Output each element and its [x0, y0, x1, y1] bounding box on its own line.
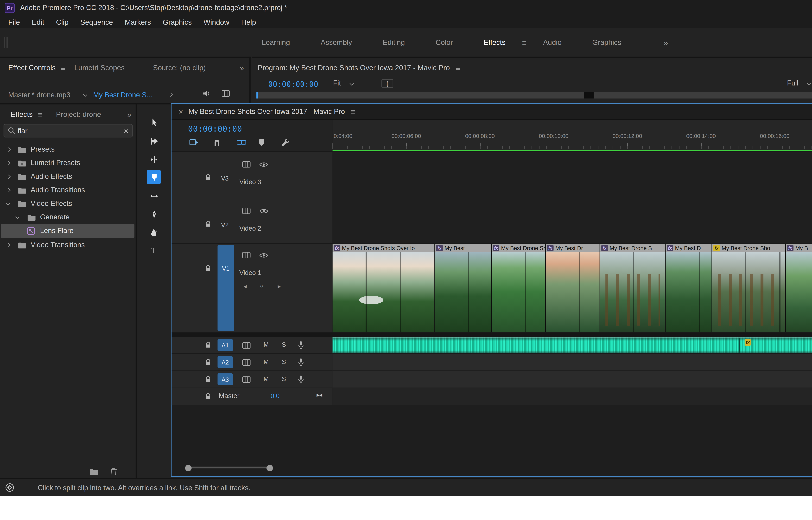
chevron-down-icon[interactable]	[6, 201, 10, 205]
program-timecode[interactable]: 00:00:00:00	[268, 80, 318, 88]
timeline-clip[interactable]: fxMy Best Drone S	[600, 243, 666, 332]
bowtie-icon[interactable]: ▶◀	[316, 393, 322, 398]
menu-help[interactable]: Help	[235, 18, 262, 26]
tree-item-lumetri-presets[interactable]: Lumetri Presets	[0, 156, 136, 170]
workspace-tab-editing[interactable]: Editing	[367, 38, 420, 47]
playhead-marker[interactable]	[256, 92, 258, 99]
workspace-overflow-icon[interactable]: »	[664, 38, 668, 47]
video-audio-divider[interactable]	[171, 333, 812, 337]
track-output-eye-icon[interactable]	[259, 253, 268, 258]
track-output-eye-icon[interactable]	[259, 208, 268, 214]
timeline-timecode[interactable]: 00:00:00:00	[188, 124, 242, 133]
track-select-forward-tool[interactable]	[147, 134, 161, 148]
chevron-right-icon[interactable]	[6, 147, 11, 152]
scrubber-thumb[interactable]	[584, 92, 594, 99]
program-menu-icon[interactable]: ≡	[456, 63, 460, 72]
track-id-a1-source-patch[interactable]: A1	[218, 339, 233, 351]
chevron-right-icon[interactable]	[6, 188, 11, 192]
menu-edit[interactable]: Edit	[26, 18, 50, 26]
track-content-a1[interactable]: fx	[332, 337, 812, 354]
track-id[interactable]: V2	[221, 221, 229, 228]
zoom-scrollbar[interactable]	[184, 463, 278, 473]
add-marker-icon[interactable]	[259, 139, 265, 146]
track-id-a3-source-patch[interactable]: A3	[218, 373, 233, 385]
panel-overflow-icon[interactable]: »	[127, 110, 131, 119]
timeline-settings-icon[interactable]	[281, 139, 289, 147]
keyframe-next-icon[interactable]: ▶	[278, 284, 281, 289]
panel-menu-icon[interactable]: ≡	[38, 110, 43, 119]
voiceover-mic-icon[interactable]	[298, 375, 304, 384]
chevron-right-icon[interactable]	[169, 93, 173, 97]
timeline-clip[interactable]: fxMy Best	[435, 243, 492, 332]
lock-icon[interactable]	[205, 359, 212, 366]
workspace-tab-learning[interactable]: Learning	[246, 38, 305, 47]
audio-clip-segment[interactable]: fx	[739, 338, 812, 353]
timeline-clip[interactable]: fxMy Best Drone Shots Over Io	[332, 243, 435, 332]
mute-button[interactable]: M	[263, 341, 269, 348]
track-content[interactable]	[332, 199, 812, 243]
menu-clip[interactable]: Clip	[50, 18, 75, 26]
tab-effects[interactable]: Effects	[10, 110, 33, 119]
chevron-right-icon[interactable]	[6, 161, 11, 165]
linked-selection-icon[interactable]	[236, 139, 247, 146]
track-content-a3[interactable]	[332, 371, 812, 388]
nest-sequences-icon[interactable]	[189, 139, 199, 146]
master-clip-label[interactable]: Master * drone.mp3	[8, 91, 71, 99]
selection-tool[interactable]	[147, 115, 161, 129]
program-scrubber[interactable]	[256, 92, 812, 99]
pen-tool[interactable]	[147, 207, 161, 221]
zoom-handle-right[interactable]	[267, 465, 273, 471]
mute-button[interactable]: M	[263, 358, 269, 365]
keyframe-prev-icon[interactable]: ◀	[244, 284, 247, 289]
track-id-v1-source-patch[interactable]: V1	[218, 245, 234, 331]
workspace-menu-icon[interactable]: ≡	[522, 38, 527, 47]
status-icon[interactable]	[5, 483, 15, 493]
track-content-v1[interactable]: fxMy Best Drone Shots Over Io fxMy Best …	[332, 243, 812, 333]
audio-waveform-clip[interactable]: fx	[332, 337, 812, 353]
lock-icon[interactable]	[205, 265, 212, 272]
menu-markers[interactable]: Markers	[119, 18, 157, 26]
sequence-link[interactable]: My Best Drone S...	[93, 91, 153, 99]
timeline-ruler[interactable]: 0:04:00 00:00:06:00 00:00:08:00 00:00:10…	[332, 120, 812, 152]
zoom-scrollbar-track[interactable]	[189, 467, 270, 468]
menu-sequence[interactable]: Sequence	[74, 18, 119, 26]
add-keyframe-icon[interactable]: ○	[260, 283, 263, 289]
solo-button[interactable]: S	[282, 341, 286, 348]
tab-lumetri-scopes[interactable]: Lumetri Scopes	[74, 64, 125, 72]
lock-icon[interactable]	[205, 221, 212, 228]
track-content-a2[interactable]	[332, 354, 812, 371]
film-icon[interactable]	[222, 90, 230, 97]
menu-file[interactable]: File	[2, 18, 26, 26]
tree-item-video-effects[interactable]: Video Effects	[0, 197, 136, 210]
razor-tool[interactable]	[147, 170, 161, 184]
track-id-a2-source-patch[interactable]: A2	[218, 356, 233, 368]
tree-item-video-transitions[interactable]: Video Transitions	[0, 238, 136, 252]
hand-tool[interactable]	[147, 225, 161, 239]
track-content[interactable]	[332, 152, 812, 199]
lock-icon[interactable]	[205, 393, 212, 400]
tree-item-audio-transitions[interactable]: Audio Transitions	[0, 183, 136, 197]
lock-icon[interactable]	[205, 376, 212, 383]
master-gain-value[interactable]: 0.0	[271, 392, 280, 399]
playback-resolution-select[interactable]: Full	[787, 79, 811, 87]
timeline-menu-icon[interactable]: ≡	[351, 107, 355, 116]
type-tool[interactable]: T	[147, 243, 161, 258]
voiceover-mic-icon[interactable]	[298, 341, 304, 349]
lock-icon[interactable]	[205, 342, 212, 349]
program-tab[interactable]: Program: My Best Drone Shots Over Iowa 2…	[258, 61, 460, 74]
timeline-clip[interactable]: fxMy Best Dr	[546, 243, 600, 332]
tab-project-drone[interactable]: Project: drone	[56, 110, 101, 119]
workspace-tab-assembly[interactable]: Assembly	[305, 38, 367, 47]
sync-lock-icon[interactable]	[242, 342, 251, 348]
snap-icon[interactable]	[213, 139, 221, 147]
zoom-level-select[interactable]: Fit	[333, 79, 354, 87]
sync-lock-icon[interactable]	[242, 252, 251, 258]
chevron-right-icon[interactable]	[6, 243, 11, 247]
sync-lock-icon[interactable]	[242, 359, 251, 366]
tab-effect-controls[interactable]: Effect Controls	[8, 64, 56, 72]
effects-search-box[interactable]: ×	[4, 124, 133, 137]
timeline-clip[interactable]: fxMy Best Drone Sh	[492, 243, 546, 332]
zoom-handle-left[interactable]	[185, 465, 192, 471]
slip-tool[interactable]	[147, 189, 161, 203]
track-id[interactable]: V3	[221, 175, 229, 182]
